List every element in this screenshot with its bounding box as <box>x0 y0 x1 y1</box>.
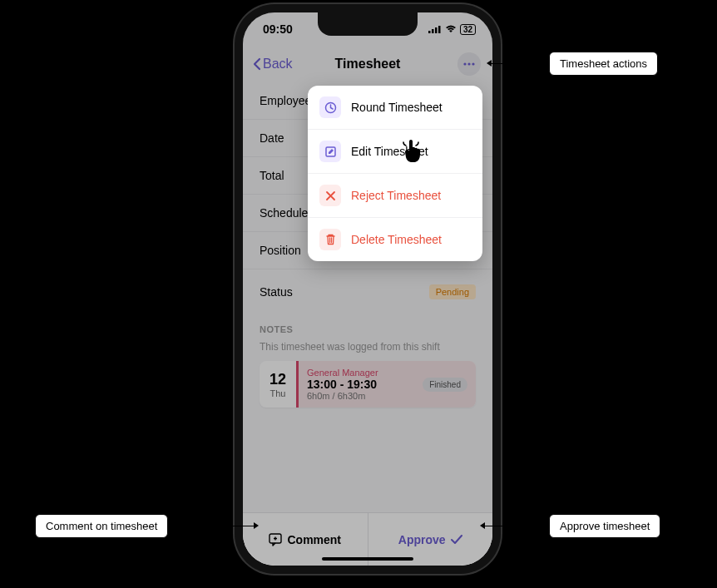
callout-arrow <box>480 522 485 529</box>
row-status[interactable]: Status Pending <box>243 269 492 314</box>
clock-icon <box>319 96 341 118</box>
wifi-icon <box>445 25 457 33</box>
svg-rect-1 <box>432 29 434 33</box>
notes-section: NOTES This timesheet was logged from thi… <box>243 314 492 408</box>
svg-point-6 <box>472 62 474 65</box>
row-label: Status <box>260 285 293 299</box>
callout-approve: Approve timesheet <box>549 514 660 538</box>
phone-notch <box>318 12 418 36</box>
notes-header: NOTES <box>260 324 476 334</box>
callout-comment: Comment on timesheet <box>35 514 168 538</box>
action-label: Reject Timesheet <box>351 189 441 202</box>
action-label: Round Timesheet <box>351 101 443 114</box>
shift-day-number: 12 <box>269 371 286 388</box>
more-actions-button[interactable] <box>457 52 481 76</box>
shift-time: 13:00 - 19:30 <box>307 378 378 391</box>
svg-rect-0 <box>428 31 431 33</box>
home-indicator <box>322 557 413 561</box>
row-label: Schedule <box>260 206 308 220</box>
callout-line <box>484 526 547 526</box>
action-edit-timesheet[interactable]: Edit Timesheet <box>308 129 482 173</box>
check-icon <box>451 535 462 545</box>
action-delete-timesheet[interactable]: Delete Timesheet <box>308 217 482 261</box>
svg-rect-2 <box>435 27 438 33</box>
row-label: Total <box>260 169 284 182</box>
action-round-timesheet[interactable]: Round Timesheet <box>308 86 482 129</box>
action-label: Delete Timesheet <box>351 233 442 246</box>
back-label: Back <box>263 57 293 72</box>
comment-label: Comment <box>287 533 341 546</box>
shift-role: General Manager <box>307 368 378 378</box>
action-reject-timesheet[interactable]: Reject Timesheet <box>308 173 482 217</box>
status-badge: Pending <box>429 284 476 299</box>
callout-line <box>491 63 547 64</box>
callout-arrow <box>254 522 259 529</box>
actions-popover: Round Timesheet Edit Timesheet Reject Ti… <box>308 86 482 261</box>
notes-subtitle: This timesheet was logged from this shif… <box>260 341 476 353</box>
chevron-left-icon <box>253 57 261 71</box>
svg-point-5 <box>467 62 470 65</box>
trash-icon <box>319 229 341 250</box>
x-icon <box>319 185 341 206</box>
callout-actions: Timesheet actions <box>549 52 658 76</box>
approve-label: Approve <box>398 533 446 546</box>
page-title: Timesheet <box>335 57 401 72</box>
shift-day-name: Thu <box>270 388 286 398</box>
shift-body: General Manager 13:00 - 19:30 6h0m / 6h3… <box>296 361 476 408</box>
svg-point-4 <box>463 62 466 65</box>
callout-arrow <box>487 60 492 67</box>
shift-date: 12 Thu <box>260 361 296 408</box>
nav-bar: Back Timesheet <box>243 46 492 82</box>
svg-rect-3 <box>438 26 441 33</box>
shift-duration: 6h0m / 6h30m <box>307 391 378 401</box>
phone-frame: 09:50 32 Back Timesheet Employee Date To… <box>235 4 501 574</box>
callout-line <box>170 526 255 526</box>
back-button[interactable]: Back <box>253 57 293 72</box>
tap-cursor-icon <box>401 139 424 167</box>
signal-icon <box>428 25 442 33</box>
status-icons: 32 <box>428 24 476 35</box>
row-label: Position <box>260 244 301 257</box>
comment-icon <box>269 533 282 546</box>
phone-screen: 09:50 32 Back Timesheet Employee Date To… <box>243 12 492 566</box>
row-label: Employee <box>260 94 311 107</box>
battery-level: 32 <box>460 24 476 35</box>
row-label: Date <box>260 131 284 145</box>
status-time: 09:50 <box>263 22 293 36</box>
shift-card[interactable]: 12 Thu General Manager 13:00 - 19:30 6h0… <box>260 361 476 408</box>
shift-status-badge: Finished <box>423 378 467 392</box>
ellipsis-icon <box>463 62 475 66</box>
edit-icon <box>319 141 341 162</box>
